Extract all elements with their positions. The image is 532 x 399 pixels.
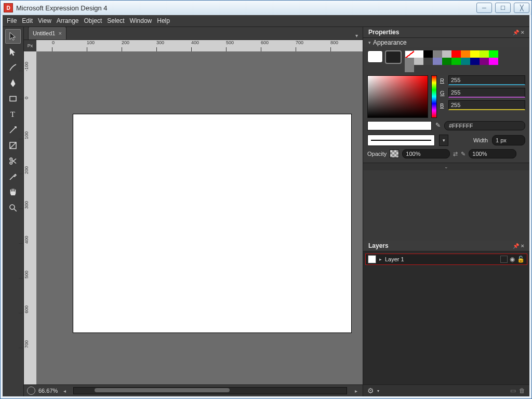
canvas-area: Px 0100200300400500600700800 -1000100200… <box>24 40 363 396</box>
fill-color-box[interactable] <box>367 50 383 63</box>
stroke-style-dropdown-icon[interactable]: ▾ <box>439 135 448 146</box>
link-opacity-icon[interactable]: ⇄ <box>453 151 458 157</box>
swatch[interactable] <box>451 50 461 58</box>
menu-object[interactable]: Object <box>84 17 102 24</box>
menu-view[interactable]: View <box>38 17 51 24</box>
tabs-overflow-icon[interactable]: ▾ <box>352 31 361 39</box>
zoom-value[interactable]: 66.67% <box>38 388 58 394</box>
swatch[interactable] <box>405 58 414 65</box>
layers-pin-icon[interactable]: 📌 <box>513 243 519 249</box>
panel-expand-icon[interactable]: ⌄ <box>363 163 529 170</box>
tool-text[interactable]: T <box>5 107 21 122</box>
menu-window[interactable]: Window <box>130 17 152 24</box>
opacity-fill-input[interactable] <box>402 149 450 158</box>
eyedropper-icon[interactable]: ✎ <box>435 121 441 129</box>
canvas[interactable] <box>36 51 363 385</box>
swatch[interactable] <box>423 58 433 65</box>
minimize-button[interactable]: ─ <box>476 3 492 13</box>
swatch[interactable] <box>423 50 433 58</box>
opacity-checker-icon <box>390 150 399 158</box>
panel-close-icon[interactable]: × <box>521 29 524 35</box>
swatch[interactable] <box>433 50 442 58</box>
tab-untitled1[interactable]: Untitled1 × <box>28 26 66 39</box>
layer-expand-icon[interactable]: ▸ <box>379 257 382 262</box>
delete-layer-icon[interactable]: 🗑 <box>519 387 525 394</box>
swatch[interactable] <box>470 58 480 65</box>
layers-panel-header[interactable]: Layers 📌 × <box>363 241 529 251</box>
layers-close-icon[interactable]: × <box>521 243 524 249</box>
swatch[interactable] <box>480 58 489 65</box>
swatch[interactable] <box>405 65 414 72</box>
scroll-right-icon[interactable]: ▸ <box>352 387 360 394</box>
color-field[interactable] <box>367 75 428 118</box>
layers-options-icon[interactable]: ⚙ <box>367 387 374 395</box>
opacity-stroke-input[interactable] <box>469 149 516 158</box>
r-input[interactable] <box>448 75 525 85</box>
svg-line-3 <box>10 142 16 149</box>
scrollbar-thumb[interactable] <box>95 388 230 392</box>
tool-gradient[interactable] <box>5 138 21 153</box>
zoom-icon[interactable] <box>27 387 35 395</box>
stroke-style-select[interactable] <box>367 135 435 146</box>
artboard[interactable] <box>73 114 352 333</box>
layer-visibility-icon[interactable]: ◉ <box>510 256 515 263</box>
maximize-button[interactable]: ☐ <box>495 3 511 13</box>
tool-pan[interactable] <box>5 185 21 200</box>
swatch[interactable] <box>414 58 423 65</box>
layers-title: Layers <box>368 242 389 249</box>
menu-file[interactable]: File <box>7 17 17 24</box>
ruler-horizontal[interactable]: 0100200300400500600700800 <box>36 40 363 52</box>
swatch[interactable] <box>433 58 442 65</box>
b-label: B <box>440 102 446 109</box>
layer-list: ▸ Layer 1 ◉ 🔓 <box>363 251 529 384</box>
new-layer-icon[interactable]: ▭ <box>510 387 516 394</box>
swatch[interactable] <box>451 58 461 65</box>
svg-point-6 <box>10 205 15 209</box>
swatch[interactable] <box>442 58 451 65</box>
width-input[interactable] <box>492 135 525 145</box>
pin-icon[interactable]: 📌 <box>513 30 519 35</box>
stroke-color-box[interactable] <box>385 50 402 64</box>
swatch[interactable] <box>442 50 451 58</box>
menu-help[interactable]: Help <box>157 17 170 24</box>
swatch[interactable] <box>470 50 480 58</box>
layer-row[interactable]: ▸ Layer 1 ◉ 🔓 <box>365 254 527 265</box>
b-input[interactable] <box>448 100 525 110</box>
tool-direct-select[interactable] <box>5 45 21 59</box>
tool-brush[interactable] <box>5 60 21 75</box>
g-label: G <box>440 90 446 96</box>
swatch[interactable] <box>461 50 470 58</box>
close-button[interactable]: ╳ <box>514 3 529 13</box>
ruler-vertical[interactable]: -1000100200300400500600700 <box>24 51 37 385</box>
scrollbar-horizontal[interactable] <box>73 387 347 394</box>
swatch[interactable] <box>489 50 498 58</box>
menu-edit[interactable]: Edit <box>22 17 33 24</box>
swatch[interactable] <box>489 58 498 65</box>
titlebar[interactable]: D Microsoft Expression Design 4 ─ ☐ ╳ <box>1 1 531 15</box>
ruler-unit-label[interactable]: Px <box>24 40 37 52</box>
statusbar: 66.67% ◂ ▸ <box>24 384 363 396</box>
tool-slice[interactable] <box>5 123 21 137</box>
swatch[interactable] <box>461 58 470 65</box>
tool-scissors[interactable] <box>5 154 21 168</box>
hex-input[interactable] <box>444 121 525 130</box>
tool-pen[interactable] <box>5 76 21 90</box>
g-input[interactable] <box>448 88 525 98</box>
appearance-section-header[interactable]: ▾ Appearance <box>363 38 529 47</box>
hue-slider[interactable] <box>431 75 437 118</box>
properties-panel-header[interactable]: Properties 📌 × <box>363 27 529 38</box>
layer-lock-icon[interactable]: 🔓 <box>517 256 525 263</box>
menu-select[interactable]: Select <box>107 17 124 24</box>
svg-line-7 <box>14 209 17 211</box>
layer-name[interactable]: Layer 1 <box>385 256 404 262</box>
swatch[interactable] <box>414 50 423 58</box>
tool-eyedropper[interactable] <box>5 169 21 184</box>
color-swatches <box>405 50 498 72</box>
layer-color-icon[interactable] <box>500 256 508 263</box>
tab-close-icon[interactable]: × <box>58 30 61 36</box>
tool-selection[interactable] <box>5 29 21 44</box>
menu-arrange[interactable]: Arrange <box>57 17 79 24</box>
swatch[interactable] <box>480 50 489 58</box>
scroll-left-icon[interactable]: ◂ <box>61 387 68 394</box>
tool-zoom[interactable] <box>5 201 21 215</box>
